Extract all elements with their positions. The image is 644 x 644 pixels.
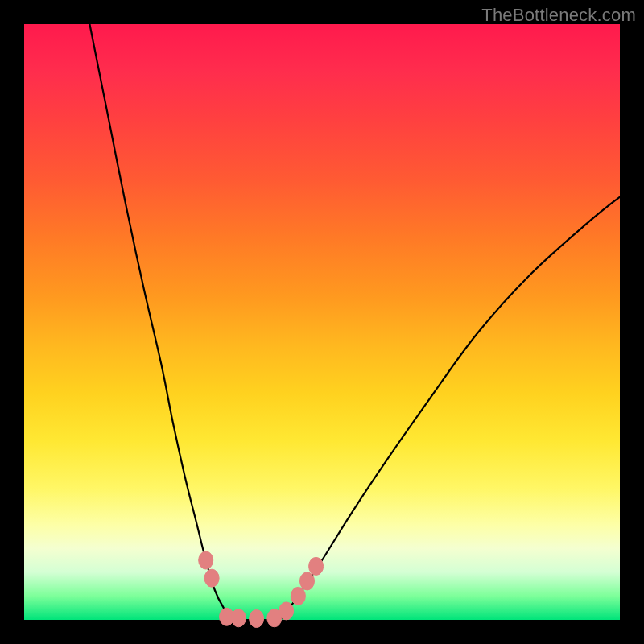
data-marker: [300, 572, 315, 590]
right-curve: [280, 197, 620, 620]
plot-area: [24, 24, 620, 620]
watermark-text: TheBottleneck.com: [481, 5, 636, 26]
data-marker: [279, 602, 294, 620]
data-marker: [291, 587, 305, 605]
curves-svg: [24, 24, 620, 620]
data-marker: [231, 609, 246, 627]
data-marker: [199, 551, 213, 569]
marker-group: [199, 551, 324, 628]
curve-group: [89, 24, 620, 620]
data-marker: [309, 557, 324, 575]
data-marker: [250, 610, 264, 628]
chart-container: TheBottleneck.com: [0, 0, 644, 644]
left-curve: [89, 24, 233, 620]
data-marker: [204, 569, 219, 587]
